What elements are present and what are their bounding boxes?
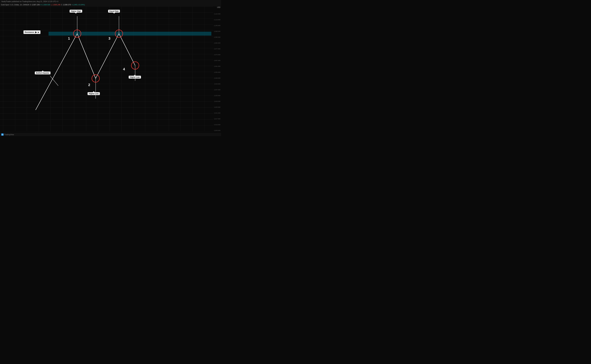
y-axis-label: 2,090.000 — [214, 36, 220, 38]
y-axis-label: 2,077.000 — [214, 48, 220, 50]
chart-container: VasilyTrader published on TradingView.co… — [0, 0, 221, 136]
open-label: O — [30, 4, 31, 6]
top-bar: VasilyTrader published on TradingView.co… — [0, 0, 221, 3]
bottom-bar: TV TradingView — [0, 133, 221, 136]
open-value: 2,507.235 — [32, 4, 40, 6]
attribution-text: VasilyTrader published on TradingView.co… — [1, 0, 58, 2]
close-value: 2,508.370 — [63, 4, 71, 6]
y-axis-label: 2,017.000 — [214, 118, 220, 120]
low-label: L — [51, 4, 52, 6]
main-canvas — [0, 6, 213, 131]
y-axis: USD2,122.0002,114.0002,106.0002,098.0002… — [213, 6, 221, 131]
resistance-label: Resistance ▶ — [23, 30, 40, 34]
y-axis-label: 2,037.000 — [214, 89, 220, 91]
y-axis-label: 2,021.000 — [214, 112, 220, 114]
y-axis-label: 2,061.000 — [214, 65, 220, 67]
y-axis-label: 2,114.000 — [214, 19, 220, 20]
change-value: +1.045 (+0.04%) — [72, 4, 85, 6]
y-axis-label: 2,049.000 — [214, 77, 220, 79]
symbol-label: Gold Spot / U.S. Dollar, 1h, OANDA — [1, 4, 29, 6]
tradingview-logo: TV TradingView — [1, 133, 14, 136]
y-axis-label: 2,072.000 — [214, 54, 220, 55]
high-label: H — [40, 4, 42, 6]
price-bar: Gold Spot / U.S. Dollar, 1h, OANDA O 2,5… — [0, 3, 221, 6]
svg-text:TV: TV — [2, 134, 4, 136]
chart-area: Resistance ▶ Higher High Equal High Bull… — [0, 6, 213, 131]
low-value: 2,505.245 — [53, 4, 60, 6]
close-label: C — [61, 4, 62, 6]
y-axis-label: 2,067.000 — [214, 60, 220, 61]
y-axis-label: 2,013.000 — [214, 124, 220, 125]
y-axis-label: 2,082.000 — [214, 42, 220, 44]
y-axis-label: 2,009.000 — [214, 130, 220, 131]
y-axis-label: 2,043.000 — [214, 83, 220, 85]
tv-icon: TV — [1, 133, 4, 136]
y-axis-label: 2,029.000 — [214, 101, 220, 102]
y-axis-label: 2,106.000 — [214, 25, 220, 26]
y-axis-label: 2,098.000 — [214, 31, 220, 32]
y-axis-label: 2,055.000 — [214, 72, 220, 73]
y-axis-label: 2,033.000 — [214, 95, 220, 96]
y-axis-label: 2,025.000 — [214, 106, 220, 108]
y-axis-label: 2,122.000 — [214, 13, 220, 15]
high-value: 2,508.505 — [42, 4, 50, 6]
